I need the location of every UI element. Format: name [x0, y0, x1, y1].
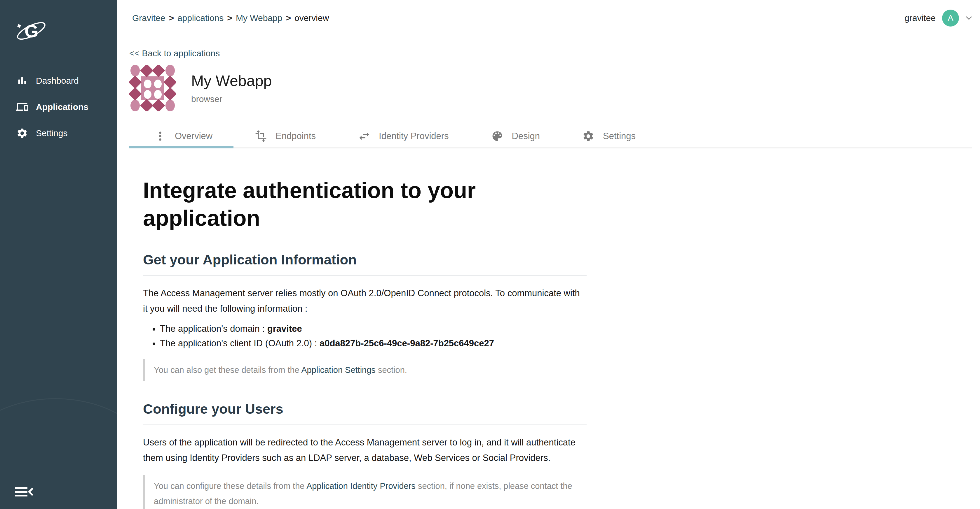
sidebar-item-applications[interactable]: Applications: [0, 94, 117, 120]
palette-icon: [491, 130, 504, 143]
section-divider: [143, 275, 587, 276]
tab-bar: Overview Endpoints: [129, 125, 972, 148]
section1-paragraph: The Access Management server relies most…: [143, 285, 587, 316]
main-area: Gravitee>applications>My Webapp>overview…: [117, 0, 980, 509]
section-heading-application-information: Get your Application Information: [143, 252, 587, 268]
sidebar-item-dashboard[interactable]: Dashboard: [0, 68, 117, 94]
tab-label: Identity Providers: [379, 131, 449, 141]
breadcrumb-separator: >: [286, 13, 291, 23]
app-header: My Webapp browser: [129, 65, 972, 111]
tab-settings[interactable]: Settings: [561, 125, 657, 147]
application-info-list: The application's domain : gravitee The …: [160, 323, 587, 350]
note-application-settings: You can also get these details from the …: [143, 359, 587, 381]
app-root: G Dashboard A: [0, 0, 980, 509]
bar-chart-icon: [16, 75, 28, 87]
section-divider: [143, 425, 587, 425]
section-heading-configure-users: Configure your Users: [143, 401, 587, 417]
tab-design[interactable]: Design: [470, 125, 561, 147]
page-title: My Webapp: [191, 72, 272, 89]
sidebar: G Dashboard A: [0, 0, 117, 509]
user-menu[interactable]: gravitee A: [904, 10, 972, 27]
sidebar-item-label: Dashboard: [36, 76, 79, 86]
client-id-value: a0da827b-25c6-49ce-9a82-7b25c649ce27: [320, 338, 494, 348]
application-settings-link[interactable]: Application Settings: [301, 365, 375, 374]
section2-paragraph: Users of the application will be redirec…: [143, 434, 587, 466]
bullet-text: The application's domain :: [160, 323, 267, 334]
app-identicon: [129, 65, 176, 111]
user-name: gravitee: [904, 13, 935, 23]
gravitee-logo[interactable]: G: [15, 18, 47, 44]
overview-article: Integrate authentication to your applica…: [143, 176, 587, 509]
chevron-down-icon[interactable]: [966, 16, 972, 21]
breadcrumb-separator: >: [169, 13, 174, 23]
tab-label: Overview: [175, 131, 212, 141]
devices-icon: [16, 101, 28, 113]
breadcrumb-current: overview: [294, 13, 329, 23]
tab-overview[interactable]: Overview: [129, 125, 234, 147]
note-identity-providers: You can configure these details from the…: [143, 475, 587, 509]
sidebar-item-label: Settings: [36, 128, 67, 138]
tab-label: Endpoints: [275, 131, 316, 141]
breadcrumb-link-applications[interactable]: applications: [177, 13, 224, 23]
breadcrumb: Gravitee>applications>My Webapp>overview: [132, 13, 329, 23]
tab-label: Settings: [603, 131, 636, 141]
note-text: You can configure these details from the: [154, 481, 306, 491]
user-avatar[interactable]: A: [942, 10, 959, 27]
tab-label: Design: [512, 131, 540, 141]
gear-icon: [582, 130, 595, 143]
note-text: section.: [375, 365, 407, 374]
swap-horiz-icon: [358, 130, 371, 143]
application-identity-providers-link[interactable]: Application Identity Providers: [306, 481, 415, 491]
back-to-applications-link[interactable]: << Back to applications: [129, 48, 220, 58]
app-type-label: browser: [191, 94, 272, 104]
collapse-menu-icon[interactable]: [15, 487, 34, 497]
list-item-domain: The application's domain : gravitee: [160, 323, 587, 335]
sidebar-item-settings[interactable]: Settings: [0, 120, 117, 146]
note-text: You can also get these details from the: [154, 365, 301, 374]
domain-value: gravitee: [267, 323, 302, 334]
sidebar-item-label: Applications: [36, 102, 88, 112]
tab-identity-providers[interactable]: Identity Providers: [337, 125, 470, 147]
breadcrumb-link-gravitee[interactable]: Gravitee: [132, 13, 165, 23]
tab-endpoints[interactable]: Endpoints: [234, 125, 337, 147]
bullet-text: The application's client ID (OAuth 2.0) …: [160, 338, 320, 348]
transform-icon: [255, 130, 267, 143]
svg-text:G: G: [24, 21, 38, 41]
breadcrumb-separator: >: [227, 13, 232, 23]
article-title: Integrate authentication to your applica…: [143, 176, 587, 232]
topbar: Gravitee>applications>My Webapp>overview…: [117, 0, 980, 36]
gear-icon: [16, 127, 28, 140]
sidebar-nav: Dashboard Applications Settings: [0, 68, 117, 146]
list-item-client-id: The application's client ID (OAuth 2.0) …: [160, 337, 587, 350]
page-content: << Back to applications: [117, 36, 980, 509]
breadcrumb-link-my-webapp[interactable]: My Webapp: [236, 13, 283, 23]
more-vert-icon: [154, 130, 167, 143]
